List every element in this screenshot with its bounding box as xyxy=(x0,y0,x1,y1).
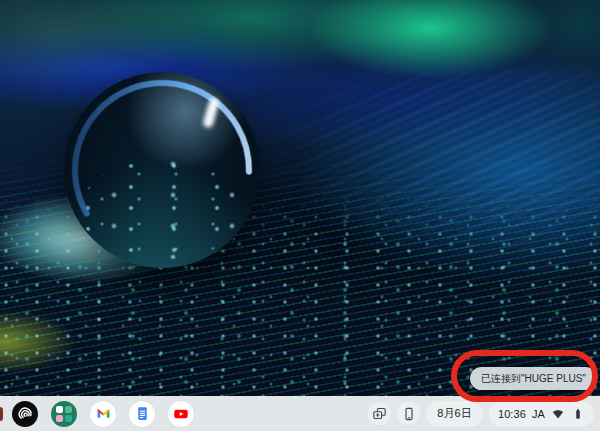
shelf-pinned-apps xyxy=(0,396,207,431)
ime-label: JA xyxy=(532,408,545,420)
wifi-icon xyxy=(551,407,565,421)
cast-app-button[interactable] xyxy=(12,401,38,427)
droplet-rim-highlight xyxy=(64,72,260,268)
battery-icon xyxy=(571,407,585,421)
youtube-app-button[interactable] xyxy=(168,401,194,427)
gmail-app-button[interactable] xyxy=(90,401,116,427)
youtube-icon xyxy=(172,405,190,423)
google-docs-app-button[interactable] xyxy=(129,401,155,427)
google-docs-icon xyxy=(134,405,151,422)
desks-button[interactable] xyxy=(368,402,391,425)
phone-hub-button[interactable] xyxy=(397,402,420,425)
status-tray: 8月6日 10:36 JA xyxy=(368,396,594,431)
desktop-wallpaper xyxy=(0,0,600,396)
connection-toast: 已连接到"HUGE PLUS" xyxy=(470,367,597,390)
cutoff-app-icon[interactable] xyxy=(0,407,3,421)
time-label: 10:36 xyxy=(498,408,526,420)
spiral-arcs-icon xyxy=(15,404,35,424)
green-shapes-app-button[interactable] xyxy=(51,401,77,427)
windows-plus-icon xyxy=(371,405,388,422)
phone-icon xyxy=(401,406,417,422)
toast-message: 已连接到"HUGE PLUS" xyxy=(481,372,586,386)
shelf: 8月6日 10:36 JA xyxy=(0,396,600,431)
date-label: 8月6日 xyxy=(437,406,472,421)
date-button[interactable]: 8月6日 xyxy=(426,401,483,427)
gmail-icon xyxy=(95,405,112,422)
four-shapes-icon xyxy=(56,406,72,422)
quick-settings-button[interactable]: 10:36 JA xyxy=(489,401,594,427)
